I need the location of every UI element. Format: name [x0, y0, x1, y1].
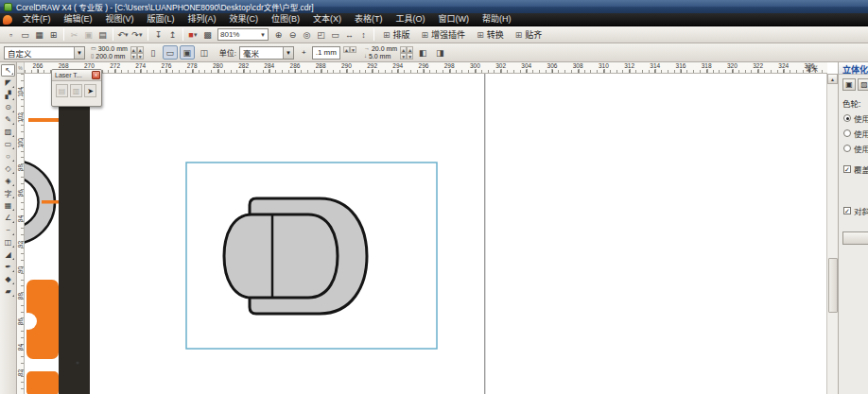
- sofa-seat-shape[interactable]: [224, 214, 338, 298]
- zoom-page-button[interactable]: ▭: [328, 27, 342, 42]
- export-button[interactable]: ↥: [165, 27, 180, 42]
- nudge-field[interactable]: .1 mm: [312, 46, 340, 60]
- smart-fill-tool[interactable]: ▨: [1, 126, 15, 138]
- blend-tool[interactable]: ◫: [1, 236, 15, 248]
- ruler-origin-box[interactable]: %: [17, 62, 25, 74]
- laser-toolbar-titlebar[interactable]: Laser T... x: [52, 70, 101, 81]
- import-button[interactable]: ↧: [151, 27, 165, 42]
- radio-icon[interactable]: [843, 129, 851, 137]
- menu-item-10[interactable]: 工具(O): [390, 13, 432, 26]
- page-size-stepper[interactable]: ▲▲▼▼: [130, 46, 144, 60]
- page-preset-combo[interactable]: 自定义 ▼: [4, 46, 85, 60]
- open-button[interactable]: ▭: [18, 27, 32, 42]
- zoom-all-button[interactable]: ◰: [314, 27, 328, 42]
- drawing-canvas[interactable]: [25, 74, 827, 394]
- docker-radio-3[interactable]: 使用递减的颜色: [839, 141, 868, 156]
- zoom-tool[interactable]: ⊙: [1, 101, 15, 113]
- basic-shapes-tool[interactable]: ◈: [1, 175, 15, 187]
- duplicate-stepper[interactable]: ▲▲▼▼: [400, 46, 413, 60]
- application-launcher-button[interactable]: ■▼: [186, 27, 200, 42]
- laser-toolbar[interactable]: Laser T... x ▤▥➤: [51, 69, 102, 107]
- menu-item-8[interactable]: 文本(X): [306, 13, 348, 26]
- chevron-down-icon[interactable]: ▼: [138, 32, 144, 38]
- menu-item-4[interactable]: 版面(L): [141, 13, 182, 26]
- menu-item-5[interactable]: 排列(A): [182, 13, 223, 26]
- menu-item-7[interactable]: 位图(B): [265, 13, 306, 26]
- zoom-in-button[interactable]: ⊕: [271, 27, 286, 42]
- save-button[interactable]: ▦: [32, 27, 46, 42]
- radio-icon[interactable]: [843, 114, 851, 122]
- polygon-tool[interactable]: ◇: [1, 163, 15, 175]
- menu-item-2[interactable]: 编辑(E): [58, 13, 99, 26]
- laser-pointer-button[interactable]: ➤: [84, 84, 96, 97]
- snap-options-button[interactable]: ◧: [415, 45, 430, 60]
- rectangle-tool[interactable]: ▭: [1, 138, 15, 150]
- zoom-out-button[interactable]: ⊖: [286, 27, 300, 42]
- zoom-selected-button[interactable]: ◎: [300, 27, 314, 42]
- new-document-button[interactable]: ▫: [4, 27, 18, 42]
- sofa-symbol[interactable]: [224, 198, 367, 314]
- close-icon[interactable]: x: [92, 71, 100, 79]
- table-tool[interactable]: ▦: [1, 199, 15, 212]
- vertical-ruler[interactable]: 104102100989694929088868482: [17, 74, 25, 394]
- plugin-snap-button[interactable]: ⊞贴齐: [510, 27, 548, 42]
- checkbox-icon[interactable]: ✓: [843, 165, 851, 173]
- zoom-width-button[interactable]: ↔: [342, 27, 356, 42]
- page-width-field[interactable]: 300.0 mm: [98, 45, 128, 52]
- docker-checkbox-1[interactable]: ✓覆盖式填充: [839, 162, 868, 177]
- checkbox-icon[interactable]: ✓: [843, 207, 851, 214]
- fill-tool[interactable]: ◆: [1, 273, 15, 285]
- plugin-enhance-button[interactable]: ⊞增强插件: [416, 27, 472, 42]
- pick-tool[interactable]: ↖: [1, 64, 15, 77]
- plugin-convert-button[interactable]: ⊞转换: [471, 27, 510, 42]
- units-combo[interactable]: 毫米 ▼: [239, 46, 294, 60]
- page-height-field[interactable]: 200.0 mm: [95, 53, 125, 60]
- laser-doc-button[interactable]: ▤: [56, 84, 68, 97]
- horizontal-ruler[interactable]: 2662682702722742762782802822842862882902…: [25, 62, 827, 74]
- duplicate-x-field[interactable]: 20.0 mm: [372, 45, 397, 52]
- orange-tick-shape[interactable]: [42, 200, 59, 204]
- shape-tool[interactable]: ◤: [1, 77, 15, 89]
- docker-radio-2[interactable]: 使用纯色: [839, 126, 868, 141]
- undo-button[interactable]: ↶▼: [116, 27, 130, 42]
- zoom-level-combo[interactable]: 801%▼: [217, 28, 269, 41]
- outline-pen-tool[interactable]: ✒: [1, 261, 15, 273]
- vertical-scrollbar[interactable]: ▲: [826, 74, 838, 394]
- docker-checkbox-2[interactable]: ✓对斜角修饰边应用全色: [839, 203, 868, 218]
- print-button[interactable]: ⊞: [46, 27, 61, 42]
- docker-radio-1[interactable]: 使用对象填充: [839, 111, 868, 126]
- landscape-button[interactable]: ▭: [163, 45, 178, 60]
- paste-button[interactable]: ▤: [95, 27, 110, 42]
- nudge-stepper[interactable]: ▲▼: [343, 46, 356, 60]
- plugin-layout-button[interactable]: ⊞排版: [377, 27, 416, 42]
- scrollbar-thumb[interactable]: [828, 258, 838, 313]
- scroll-up-icon[interactable]: ▲: [827, 74, 838, 84]
- menu-item-12[interactable]: 帮助(H): [476, 13, 518, 26]
- chevron-down-icon[interactable]: ▼: [283, 47, 293, 59]
- portrait-button[interactable]: ▯: [146, 45, 161, 60]
- text-tool[interactable]: 字: [1, 187, 15, 199]
- chevron-down-icon[interactable]: ▼: [124, 32, 130, 38]
- welcome-screen-button[interactable]: ▩: [200, 27, 215, 42]
- extrude-camera-button[interactable]: ▣: [842, 78, 856, 91]
- redo-button[interactable]: ↷▼: [130, 27, 145, 42]
- freehand-tool[interactable]: ✎: [1, 113, 15, 126]
- wall-shape[interactable]: [59, 74, 90, 394]
- menu-item-3[interactable]: 视图(V): [99, 13, 141, 26]
- crop-tool[interactable]: ▞: [1, 89, 15, 101]
- radio-icon[interactable]: [843, 145, 851, 152]
- interactive-fill-tool[interactable]: ▰: [1, 285, 15, 298]
- connector-tool[interactable]: ~: [1, 224, 15, 236]
- all-pages-button[interactable]: ▣: [180, 45, 195, 60]
- chevron-down-icon[interactable]: ▼: [260, 32, 266, 38]
- dimension-tool[interactable]: ∠: [1, 212, 15, 224]
- menu-item-9[interactable]: 表格(T): [348, 13, 390, 26]
- menu-item-1[interactable]: 文件(F): [16, 13, 58, 26]
- laser-shape-button[interactable]: ▥: [70, 84, 82, 97]
- apply-button[interactable]: 应用: [842, 231, 868, 245]
- menu-item-6[interactable]: 效果(C): [223, 13, 266, 26]
- menu-item-11[interactable]: 窗口(W): [432, 13, 477, 26]
- orange-cabinet-shape-2[interactable]: [26, 371, 59, 394]
- ellipse-tool[interactable]: ○: [1, 150, 15, 163]
- zoom-height-button[interactable]: ↕: [356, 27, 371, 42]
